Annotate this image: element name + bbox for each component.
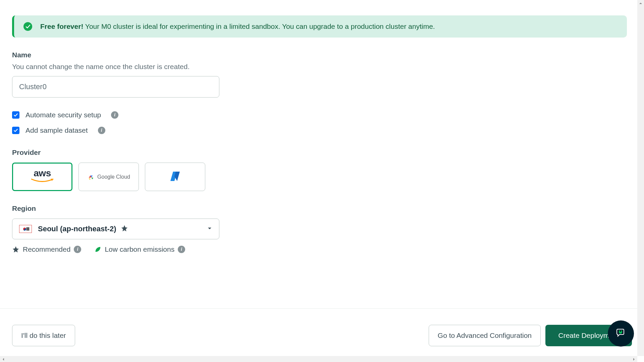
name-label: Name (12, 51, 627, 59)
star-icon (12, 246, 19, 253)
info-icon[interactable]: i (111, 111, 118, 119)
azure-logo-icon (168, 170, 182, 184)
check-icon (23, 22, 32, 31)
region-select[interactable]: Seoul (ap-northeast-2) (12, 219, 219, 239)
vertical-scrollbar[interactable] (637, 0, 644, 274)
region-label: Region (12, 204, 627, 213)
leaf-icon (94, 246, 101, 253)
name-sublabel: You cannot change the name once the clus… (12, 62, 200, 71)
chevron-down-icon (207, 226, 212, 232)
legend-low-carbon: Low carbon emissions i (94, 245, 185, 253)
add-sample-dataset-label: Add sample dataset (25, 126, 88, 134)
google-cloud-logo-icon: Google Cloud (87, 174, 130, 180)
free-forever-banner: Free forever! Your M0 cluster is ideal f… (12, 15, 627, 38)
provider-label: Provider (12, 148, 627, 157)
provider-azure[interactable] (145, 163, 205, 191)
aws-logo-icon: aws (31, 169, 54, 185)
provider-aws[interactable]: aws (12, 163, 72, 191)
automate-security-checkbox[interactable] (12, 111, 19, 119)
add-sample-dataset-checkbox[interactable] (12, 127, 19, 134)
info-icon[interactable]: i (98, 127, 105, 134)
info-icon[interactable]: i (74, 246, 81, 253)
star-icon (121, 225, 128, 233)
cluster-name-input[interactable] (12, 76, 219, 98)
info-icon[interactable]: i (178, 246, 185, 253)
scroll-up-arrow-icon[interactable] (637, 0, 644, 7)
provider-google-cloud[interactable]: Google Cloud (78, 163, 139, 191)
region-value: Seoul (ap-northeast-2) (38, 225, 116, 233)
korea-flag-icon (19, 225, 32, 233)
banner-text: Free forever! Your M0 cluster is ideal f… (40, 22, 435, 31)
automate-security-label: Automate security setup (25, 111, 101, 119)
legend-recommended: Recommended i (12, 245, 81, 253)
